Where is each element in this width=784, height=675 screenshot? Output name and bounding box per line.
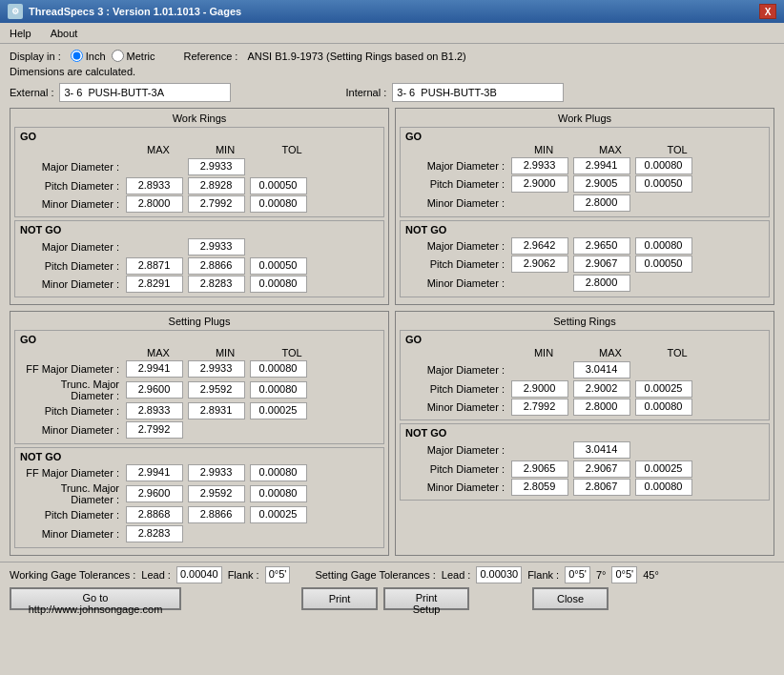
bottom-bar: Working Gage Tolerances : Lead : 0.00040… xyxy=(0,562,784,614)
close-button[interactable]: X xyxy=(759,4,776,19)
wr-go-tol-0 xyxy=(247,157,309,176)
work-rings-go: GO MAX MIN TOL Major Diameter : 2.9933 P… xyxy=(14,127,384,217)
reference-label: Reference : xyxy=(184,51,238,62)
wr-go-row-0: Major Diameter : 2.9933 xyxy=(20,157,379,176)
sr-notgo-label-2: Minor Diameter : xyxy=(405,481,508,493)
sp-col-tol: TOL xyxy=(258,347,325,358)
wr-go-label-1: Pitch Diameter : xyxy=(20,180,123,192)
sr-notgo-max-0: 3.0414 xyxy=(573,441,630,459)
menu-help[interactable]: Help xyxy=(4,26,37,41)
top-row: Display in : Inch Metric Reference : ANS… xyxy=(10,50,774,62)
wr-go-min-2-val: 2.7992 xyxy=(188,195,245,213)
sp-go-row-3: Minor Diameter : 2.7992 xyxy=(20,420,379,440)
menu-about[interactable]: About xyxy=(45,26,84,41)
setting-rings-notgo: NOT GO Major Diameter : 3.0414 Pitch Dia… xyxy=(400,423,770,501)
internal-section: Internal : xyxy=(345,83,564,102)
wr-go-tol-1: 0.00050 xyxy=(247,177,309,194)
setting-rings-notgo-label: NOT GO xyxy=(405,427,764,439)
radio-metric-input[interactable] xyxy=(112,50,124,62)
radio-metric[interactable]: Metric xyxy=(112,50,155,62)
title-bar: ⚙ ThreadSpecs 3 : Version 1.01.1013 - Ga… xyxy=(0,0,784,23)
close-main-button[interactable]: Close xyxy=(532,587,609,610)
sr-go-row-1: Pitch Diameter : 2.9000 2.9002 0.00025 xyxy=(405,380,764,398)
sp-notgo-label-1: Trunc. Major Diameter : xyxy=(20,482,123,505)
wr-notgo-row-0: Major Diameter : 2.9933 xyxy=(20,237,379,256)
sp-notgo-row-3: Minor Diameter : 2.8283 xyxy=(20,524,379,543)
wr-col-max: MAX xyxy=(125,144,192,155)
external-input[interactable] xyxy=(59,83,231,102)
work-plugs-notgo: NOT GO Major Diameter : 2.9642 2.9650 0.… xyxy=(400,220,770,297)
wr-notgo-min-1: 2.8866 xyxy=(188,257,245,275)
sr-notgo-label-1: Pitch Diameter : xyxy=(405,463,508,475)
work-plugs-notgo-label: NOT GO xyxy=(405,224,764,235)
sgt-flank2: 0°5' xyxy=(611,566,637,583)
wr-notgo-tol-1: 0.00050 xyxy=(250,257,307,275)
radio-group: Inch Metric xyxy=(71,50,155,62)
wp-notgo-max-2: 2.8000 xyxy=(573,275,630,292)
setting-plugs-panel: Setting Plugs GO MAX MIN TOL FF Major Di… xyxy=(10,311,389,556)
sr-go-max-0: 3.0414 xyxy=(573,361,630,378)
wp-go-label-0: Major Diameter : xyxy=(405,160,508,172)
setting-gage-tol-label: Setting Gage Tolerances : xyxy=(315,569,435,581)
app-icon: ⚙ xyxy=(8,4,23,19)
wr-go-min-1: 2.8928 xyxy=(185,177,247,194)
display-in-label: Display in : xyxy=(10,51,61,62)
radio-inch[interactable]: Inch xyxy=(71,50,106,62)
sp-notgo-row-0: FF Major Diameter : 2.9941 2.9933 0.0008… xyxy=(20,464,379,481)
wr-go-min-0: 2.9933 xyxy=(185,158,247,175)
sr-go-max-1: 2.9002 xyxy=(573,380,630,398)
sp-go-max-0: 2.9941 xyxy=(126,360,183,378)
wr-notgo-min-0: 2.9933 xyxy=(188,238,245,256)
wp-notgo-tol-1: 0.00050 xyxy=(635,256,692,273)
menu-bar: Help About xyxy=(0,23,784,44)
sr-go-max-2: 2.8000 xyxy=(573,399,630,416)
wr-go-max-0 xyxy=(123,157,185,176)
wp-notgo-label-0: Major Diameter : xyxy=(405,240,508,252)
sp-go-max-1: 2.9600 xyxy=(126,381,183,399)
sgt-lead-label: Lead : xyxy=(442,569,471,581)
sr-notgo-max-1: 2.9067 xyxy=(573,460,630,478)
internal-input[interactable] xyxy=(392,83,564,102)
sp-notgo-label-3: Minor Diameter : xyxy=(20,528,123,540)
wp-col-min: MIN xyxy=(510,144,577,155)
radio-inch-input[interactable] xyxy=(71,50,83,62)
sp-notgo-tol-1: 0.00080 xyxy=(250,485,307,502)
ext-int-row: External : Internal : xyxy=(10,83,774,102)
sp-go-label-0: FF Major Diameter : xyxy=(20,363,123,375)
sr-notgo-row-1: Pitch Diameter : 2.9065 2.9067 0.00025 xyxy=(405,460,764,478)
sp-notgo-max-2: 2.8868 xyxy=(126,506,183,523)
sr-col-tol: TOL xyxy=(644,347,711,358)
wr-go-row-1: Pitch Diameter : 2.8933 2.8928 0.00050 xyxy=(20,177,379,194)
wp-col-max: MAX xyxy=(577,144,644,155)
work-plugs-go-headers: MIN MAX TOL xyxy=(405,144,764,155)
wr-go-min-1-val: 2.8928 xyxy=(188,177,245,194)
wr-go-tol-0-val xyxy=(250,157,307,174)
sp-go-row-0: FF Major Diameter : 2.9941 2.9933 0.0008… xyxy=(20,360,379,378)
goto-button[interactable]: Go to http://www.johnsongage.com xyxy=(10,587,181,610)
print-setup-button[interactable]: Print Setup xyxy=(383,587,469,610)
work-rings-go-label: GO xyxy=(20,131,379,142)
wp-notgo-tol-0: 0.00080 xyxy=(635,237,692,255)
wp-go-max-2: 2.8000 xyxy=(573,194,630,212)
external-section: External : xyxy=(10,83,231,102)
working-gage-tol-label: Working Gage Tolerances : xyxy=(10,569,135,581)
sr-notgo-row-2: Minor Diameter : 2.8059 2.8067 0.00080 xyxy=(405,479,764,496)
wr-notgo-label-2: Minor Diameter : xyxy=(20,278,123,290)
sr-col-max: MAX xyxy=(577,347,644,358)
sp-go-row-2: Pitch Diameter : 2.8933 2.8931 0.00025 xyxy=(20,402,379,419)
wp-notgo-min-1: 2.9062 xyxy=(511,256,568,273)
wr-go-max-2-val: 2.8000 xyxy=(126,195,183,213)
sr-go-tol-1: 0.00025 xyxy=(635,380,692,398)
sp-go-label-1: Trunc. Major Diameter : xyxy=(20,378,123,401)
window-controls[interactable]: X xyxy=(759,4,776,19)
setting-rings-panel: Setting Rings GO MIN MAX TOL Major Diame… xyxy=(395,311,774,556)
work-rings-go-headers: MAX MIN TOL xyxy=(20,144,379,155)
wr-go-min-2: 2.7992 xyxy=(185,195,247,213)
wr-go-max-2: 2.8000 xyxy=(123,195,185,213)
sp-go-min-1: 2.9592 xyxy=(188,381,245,399)
setting-rings-go-label: GO xyxy=(405,334,764,345)
sr-go-row-2: Minor Diameter : 2.7992 2.8000 0.00080 xyxy=(405,399,764,416)
print-button[interactable]: Print xyxy=(301,587,378,610)
wp-go-max-1: 2.9005 xyxy=(573,175,630,193)
work-rings-title: Work Rings xyxy=(14,112,384,124)
